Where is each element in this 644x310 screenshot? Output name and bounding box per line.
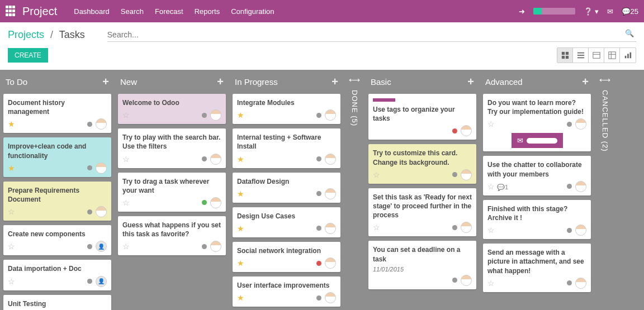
help-icon[interactable]: ❔ ▾	[584, 7, 599, 16]
avatar[interactable]	[575, 181, 586, 192]
avatar[interactable]	[210, 109, 221, 121]
search-input[interactable]	[107, 28, 636, 42]
avatar[interactable]	[210, 197, 221, 208]
avatar[interactable]	[325, 257, 336, 269]
avatar[interactable]	[96, 163, 107, 174]
task-card[interactable]: Dataflow Design★	[233, 173, 340, 203]
add-card-icon[interactable]: +	[467, 75, 474, 88]
avatar[interactable]	[575, 118, 586, 130]
star-icon[interactable]: ☆	[8, 277, 15, 286]
status-dot[interactable]	[316, 191, 321, 196]
avatar[interactable]	[210, 154, 221, 165]
status-dot[interactable]	[202, 113, 207, 118]
star-icon[interactable]: ☆	[487, 120, 495, 128]
view-pivot-icon[interactable]	[604, 48, 620, 63]
task-card[interactable]: Create new components ☆👤	[3, 225, 111, 255]
star-icon[interactable]: ☆	[122, 155, 130, 164]
task-card[interactable]: Design Use Cases★	[233, 207, 340, 237]
status-dot[interactable]	[316, 156, 321, 161]
avatar[interactable]: 👤	[96, 241, 107, 252]
nav-reports[interactable]: Reports	[195, 7, 220, 16]
star-icon[interactable]: ☆	[487, 226, 495, 235]
status-dot[interactable]	[452, 278, 457, 283]
folded-column-done[interactable]: ⟷ DONE (5)	[344, 70, 365, 310]
apps-launcher-icon[interactable]	[6, 6, 17, 17]
implementation-guide-button[interactable]: ✉	[512, 133, 563, 148]
trial-progress[interactable]	[533, 8, 575, 15]
avatar[interactable]	[210, 241, 221, 252]
star-icon[interactable]: ☆	[487, 279, 495, 288]
add-card-icon[interactable]: +	[102, 75, 109, 88]
status-dot[interactable]	[202, 200, 207, 205]
inbox-icon[interactable]: ✉	[607, 7, 613, 16]
status-dot[interactable]	[87, 279, 92, 284]
avatar[interactable]	[575, 225, 586, 236]
chat-icon[interactable]: 💬25	[622, 7, 638, 16]
brand[interactable]: Project	[22, 5, 57, 18]
star-icon[interactable]: ★	[237, 155, 244, 164]
status-dot[interactable]	[202, 156, 207, 161]
avatar[interactable]	[96, 206, 107, 217]
task-card[interactable]: Social network integration★	[233, 242, 340, 272]
add-card-icon[interactable]: +	[582, 75, 589, 88]
star-icon[interactable]: ☆	[487, 182, 495, 191]
task-card[interactable]: Internal testing + Software Install★	[233, 128, 340, 168]
task-card[interactable]: Improve+clean code and functionality ★	[3, 137, 111, 177]
star-icon[interactable]: ☆	[122, 242, 130, 251]
avatar[interactable]	[325, 292, 336, 303]
status-dot[interactable]	[87, 122, 92, 127]
star-icon[interactable]: ★	[8, 120, 15, 128]
add-card-icon[interactable]: +	[332, 75, 338, 88]
folded-column-cancelled[interactable]: ⟷ CANCELLED (2)	[594, 70, 615, 310]
status-dot[interactable]	[567, 280, 572, 285]
nav-forecast[interactable]: Forecast	[155, 7, 183, 16]
star-icon[interactable]: ★	[237, 111, 244, 120]
star-icon[interactable]: ★	[237, 259, 244, 268]
status-dot[interactable]	[316, 261, 321, 266]
avatar[interactable]	[575, 278, 586, 289]
star-icon[interactable]: ★	[237, 189, 244, 198]
avatar[interactable]	[461, 275, 472, 286]
status-dot[interactable]	[316, 295, 321, 301]
status-dot[interactable]	[202, 244, 207, 249]
view-calendar-icon[interactable]	[589, 48, 604, 63]
nav-dashboard[interactable]: Dashboard	[74, 7, 110, 16]
task-card[interactable]: Try to customize this card. Change its b…	[368, 144, 476, 183]
status-dot[interactable]	[567, 228, 572, 233]
task-card[interactable]: Try to play with the search bar. Use the…	[118, 128, 226, 168]
avatar[interactable]	[325, 109, 336, 121]
task-card[interactable]: Data importation + Doc ☆👤	[3, 260, 111, 290]
nav-configuration[interactable]: Configuration	[231, 7, 274, 16]
task-card[interactable]: Prepare Requirements Document ☆	[3, 182, 111, 221]
star-icon[interactable]: ☆	[373, 170, 380, 179]
task-card[interactable]: You can set a deadline on a task 11/01/2…	[368, 241, 476, 289]
create-button[interactable]: CREATE	[8, 48, 48, 63]
avatar[interactable]	[461, 222, 472, 233]
view-list-icon[interactable]	[573, 48, 589, 63]
view-graph-icon[interactable]	[620, 48, 636, 63]
status-dot[interactable]	[567, 184, 572, 189]
task-card[interactable]: Finished with this stage? Archive it ! ☆	[483, 200, 591, 239]
avatar[interactable]	[325, 223, 336, 234]
add-card-icon[interactable]: +	[217, 75, 224, 88]
task-card[interactable]: Do you want to learn more? Try our imple…	[483, 94, 591, 151]
task-card[interactable]: Unit Testing ☆👤	[3, 295, 111, 311]
star-icon[interactable]: ★	[8, 164, 15, 173]
status-dot[interactable]	[87, 209, 92, 214]
search-icon[interactable]: 🔍	[625, 29, 634, 37]
star-icon[interactable]: ★	[237, 293, 244, 302]
status-dot[interactable]	[87, 165, 92, 170]
login-icon[interactable]: ➜	[519, 7, 525, 16]
task-card[interactable]: Welcome to Odoo ☆	[118, 94, 226, 124]
view-kanban-icon[interactable]	[557, 48, 573, 63]
status-dot[interactable]	[452, 225, 457, 230]
task-card[interactable]: User interface improvements★	[233, 276, 340, 307]
task-card[interactable]: Try to drag a task wherever your want ☆	[118, 173, 226, 212]
avatar[interactable]: 👤	[96, 276, 107, 287]
task-card[interactable]: Send an message with a picture in attach…	[483, 244, 591, 292]
status-dot[interactable]	[452, 172, 457, 177]
avatar[interactable]	[461, 169, 472, 180]
task-card[interactable]: Guess what happens if you set this task …	[118, 216, 226, 255]
task-card[interactable]: Use the chatter to collaborate with your…	[483, 156, 591, 195]
task-card[interactable]: Set this task as 'Ready for next stage' …	[368, 188, 476, 237]
